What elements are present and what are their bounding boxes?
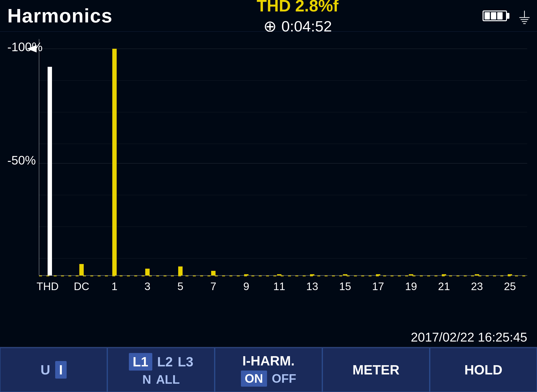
- bar-h23: [475, 274, 479, 275]
- chart-area: -100% -50%: [5, 32, 532, 327]
- thd-value: 2.8%f: [295, 0, 339, 15]
- x-label-7: 7: [210, 280, 216, 292]
- btn-meter[interactable]: METER: [322, 348, 430, 392]
- bar-h11: [277, 274, 281, 275]
- y-label-100: -100%: [7, 40, 43, 54]
- btn-iharm[interactable]: I-HARM. ON OFF: [215, 348, 322, 392]
- btn-u-i[interactable]: U I: [0, 348, 107, 392]
- btn-all-label[interactable]: ALL: [156, 372, 180, 387]
- btn-hold-label: HOLD: [465, 362, 503, 378]
- thd-label: THD: [257, 0, 291, 15]
- btn-l3-label[interactable]: L3: [178, 354, 193, 370]
- page-title: Harmonics: [7, 5, 113, 27]
- bar-h9: [244, 274, 248, 275]
- y-label-50: -50%: [7, 154, 36, 167]
- datetime-display: 2017/02/22 16:25:45: [411, 330, 527, 344]
- btn-meter-label: METER: [352, 362, 400, 378]
- bar-h15: [343, 274, 347, 275]
- bar-h21: [442, 274, 446, 275]
- btn-hold[interactable]: HOLD: [430, 348, 537, 392]
- thd-display: THD 2.8%f ⊕ 0:04:52: [257, 0, 339, 35]
- x-label-21: 21: [438, 280, 450, 292]
- btn-iharm-label: I-HARM.: [242, 353, 295, 369]
- x-label-dc: DC: [74, 280, 89, 292]
- x-label-3: 3: [145, 280, 150, 292]
- btn-on-label[interactable]: ON: [241, 371, 267, 387]
- bar-h25: [508, 274, 512, 275]
- x-label-1: 1: [112, 280, 117, 292]
- x-label-11: 11: [273, 280, 285, 292]
- bar-h13: [310, 274, 314, 275]
- x-label-5: 5: [177, 280, 183, 292]
- btn-l2-label[interactable]: L2: [157, 354, 173, 370]
- x-label-19: 19: [405, 280, 417, 292]
- plug-icon: ⏚: [519, 6, 530, 26]
- top-bar: Harmonics THD 2.8%f ⊕ 0:04:52 ⏚: [0, 0, 537, 32]
- date-bar: 2017/02/22 16:25:45: [0, 327, 537, 347]
- bottom-buttons: U I L1 L2 L3 N ALL I-HARM.: [0, 347, 537, 392]
- btn-i-label[interactable]: I: [55, 361, 67, 379]
- battery-icon: [483, 10, 507, 21]
- screen: Harmonics THD 2.8%f ⊕ 0:04:52 ⏚: [0, 0, 537, 392]
- btn-l1-l2-l3[interactable]: L1 L2 L3 N ALL: [107, 348, 215, 392]
- btn-n-label[interactable]: N: [142, 372, 151, 387]
- x-label-9: 9: [243, 280, 249, 292]
- bar-h7: [211, 271, 216, 275]
- x-label-17: 17: [372, 280, 384, 292]
- x-label-thd: THD: [37, 280, 59, 292]
- btn-off-label[interactable]: OFF: [272, 372, 296, 386]
- btn-u-label[interactable]: U: [41, 362, 50, 378]
- bar-h19: [409, 274, 413, 275]
- top-right-icons: ⏚: [483, 6, 530, 26]
- x-label-23: 23: [471, 280, 483, 292]
- btn-l1-label[interactable]: L1: [129, 353, 152, 371]
- x-label-13: 13: [306, 280, 318, 292]
- harmonics-chart: -100% -50%: [5, 32, 532, 300]
- bar-thd: [48, 67, 52, 275]
- bar-h5: [178, 266, 183, 275]
- bar-h1: [112, 49, 117, 275]
- x-label-15: 15: [339, 280, 351, 292]
- bar-dc: [79, 264, 84, 275]
- bar-h17: [376, 274, 380, 275]
- x-label-25: 25: [504, 280, 516, 292]
- bar-h3: [145, 269, 150, 275]
